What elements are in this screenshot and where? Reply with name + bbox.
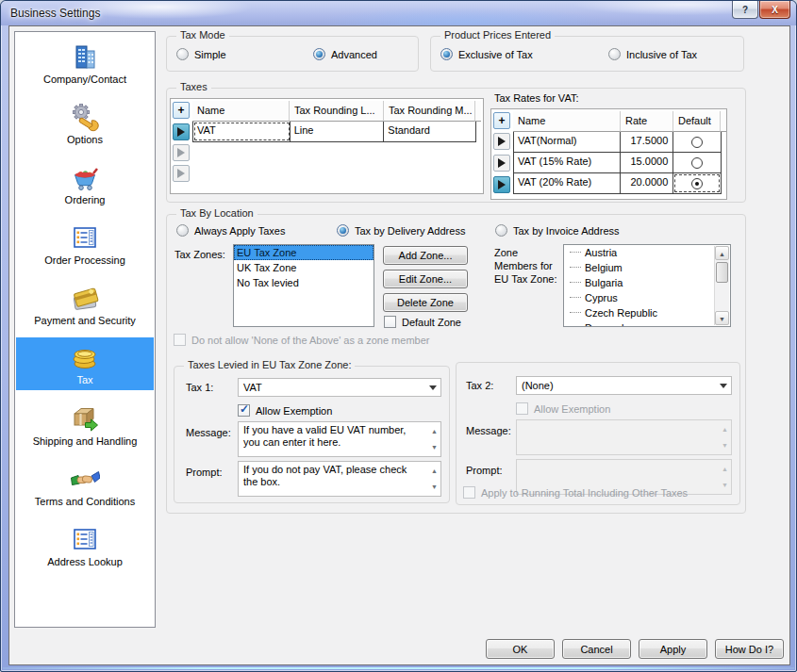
list-item-eu-tax-zone[interactable]: EU Tax Zone: [234, 245, 374, 260]
tax1-allow-exemption-checkbox[interactable]: Allow Exemption: [238, 404, 332, 417]
cell-default-radio[interactable]: [673, 132, 721, 152]
tree-item-label: Bulgaria: [585, 277, 623, 288]
sidebar-item-order-processing[interactable]: Order Processing: [16, 217, 154, 271]
radio-advanced[interactable]: Advanced: [313, 48, 377, 60]
row-selector-rate-3[interactable]: [493, 176, 510, 193]
tax-zones-listbox[interactable]: EU Tax Zone UK Tax Zone No Tax levied: [233, 244, 374, 327]
package-arrow-icon: [70, 403, 100, 434]
sidebar-item-label: Payment and Security: [34, 315, 136, 326]
default-zone-checkbox[interactable]: Default Zone: [384, 316, 461, 328]
column-header-rounding-l[interactable]: Tax Rounding L...: [290, 101, 384, 122]
cell-default-radio[interactable]: [673, 153, 721, 172]
table-row[interactable]: VAT (15% Rate) 15.0000: [513, 152, 722, 173]
tree-item-belgium[interactable]: Belgium: [564, 260, 730, 275]
scrollbar-thumb[interactable]: [716, 262, 728, 283]
tax1-prompt-textarea[interactable]: If you do not pay VAT, please check the …: [238, 461, 441, 497]
sidebar-item-label: Address Lookup: [47, 556, 123, 567]
scroll-up-icon[interactable]: ▲: [431, 425, 438, 437]
delete-zone-button[interactable]: Delete Zone: [383, 293, 468, 312]
radio-label: Always Apply Taxes: [194, 225, 285, 237]
how-do-i-button[interactable]: How Do I?: [715, 639, 784, 659]
sidebar-item-payment-security[interactable]: Payment and Security: [16, 277, 154, 332]
cell-default-radio[interactable]: [673, 173, 721, 193]
tax1-message-label: Message:: [186, 427, 231, 438]
cell-rate-value[interactable]: 15.0000: [621, 153, 673, 172]
scrollbar[interactable]: ▲ ▼: [714, 246, 729, 325]
table-row[interactable]: VAT (20% Rate) 20.0000: [513, 172, 722, 194]
apply-button[interactable]: Apply: [639, 639, 707, 659]
column-header-name[interactable]: Name: [192, 101, 290, 122]
radio-tax-by-delivery[interactable]: Tax by Delivery Address: [337, 224, 465, 237]
row-selector-empty-1[interactable]: [173, 144, 190, 161]
add-rate-button[interactable]: +: [493, 112, 510, 129]
gear-wrench-icon: [70, 102, 100, 132]
row-selector-vat[interactable]: [173, 123, 190, 140]
scroll-up-icon[interactable]: ▲: [715, 246, 729, 260]
cell-tax-rounding-l[interactable]: Line: [291, 122, 385, 141]
column-header-rate[interactable]: Rate: [621, 111, 673, 132]
chevron-down-icon: [429, 385, 437, 394]
add-zone-button[interactable]: Add Zone...: [383, 246, 468, 265]
cell-rate-name[interactable]: VAT(Normal): [514, 132, 621, 152]
ok-button[interactable]: OK: [486, 639, 555, 659]
row-selector-rate-2[interactable]: [493, 155, 510, 172]
edit-zone-button[interactable]: Edit Zone...: [383, 270, 468, 288]
cell-rate-value[interactable]: 20.0000: [621, 173, 673, 193]
tree-item-denmark[interactable]: Denmark: [564, 320, 730, 327]
scroll-up-icon[interactable]: ▲: [431, 465, 438, 477]
list-item-no-tax-levied[interactable]: No Tax levied: [234, 275, 374, 290]
cancel-button[interactable]: Cancel: [562, 639, 631, 659]
tree-item-austria[interactable]: Austria: [564, 245, 730, 260]
sidebar: Company/Contact Options Ordering Order P…: [14, 31, 156, 628]
scroll-down-icon: ▼: [722, 479, 728, 491]
row-selector-empty-2[interactable]: [173, 165, 190, 182]
table-row[interactable]: VAT(Normal) 17.5000: [513, 131, 722, 153]
scroll-down-icon[interactable]: ▼: [431, 481, 438, 493]
table-row[interactable]: VAT Line Standard: [192, 121, 476, 142]
tax2-combo[interactable]: (None): [516, 376, 732, 395]
list-item-uk-tax-zone[interactable]: UK Tax Zone: [234, 260, 374, 275]
zone-members-listbox[interactable]: Austria Belgium Bulgaria Cyprus Czech Re…: [563, 244, 731, 327]
scroll-down-icon[interactable]: ▼: [715, 311, 729, 325]
column-header-default[interactable]: Default: [673, 111, 721, 132]
radio-tax-by-invoice[interactable]: Tax by Invoice Address: [495, 224, 620, 237]
tree-item-cyprus[interactable]: Cyprus: [564, 290, 730, 305]
cell-tax-name[interactable]: VAT: [193, 122, 291, 141]
tree-item-bulgaria[interactable]: Bulgaria: [564, 275, 730, 290]
radio-inclusive-of-tax[interactable]: Inclusive of Tax: [608, 48, 697, 60]
sidebar-item-label: Tax: [76, 374, 92, 385]
radio-simple[interactable]: Simple: [176, 48, 226, 60]
titlebar[interactable]: Business Settings: [1, 1, 796, 25]
tax-rates-header: Name Rate Default: [513, 111, 726, 132]
row-selector-rate-1[interactable]: [493, 133, 510, 150]
sidebar-item-tax[interactable]: Tax: [16, 337, 154, 390]
tax1-combo[interactable]: VAT: [238, 378, 441, 397]
sidebar-item-company-contact[interactable]: Company/Contact: [16, 36, 154, 90]
sidebar-item-ordering[interactable]: Ordering: [16, 156, 154, 211]
button-label: How Do I?: [725, 644, 773, 655]
cell-rate-name[interactable]: VAT (20% Rate): [514, 173, 621, 193]
chevron-down-icon: [720, 384, 727, 392]
help-button[interactable]: ?: [732, 1, 758, 19]
close-button[interactable]: X: [759, 1, 790, 19]
tax2-label: Tax 2:: [466, 380, 493, 391]
sidebar-item-options[interactable]: Options: [16, 96, 154, 151]
scroll-up-icon: ▲: [722, 423, 728, 435]
cell-rate-value[interactable]: 17.5000: [621, 132, 673, 152]
tax1-message-textarea[interactable]: If you have a valid EU VAT number, you c…: [238, 421, 441, 457]
radio-exclusive-of-tax[interactable]: Exclusive of Tax: [440, 48, 533, 60]
add-tax-button[interactable]: +: [173, 102, 190, 119]
scroll-down-icon[interactable]: ▼: [431, 441, 438, 453]
sidebar-item-address-lookup[interactable]: Address Lookup: [16, 518, 154, 573]
column-header-name[interactable]: Name: [513, 111, 621, 132]
column-header-rounding-m[interactable]: Tax Rounding M...: [384, 101, 475, 122]
sidebar-item-terms-conditions[interactable]: Terms and Conditions: [16, 458, 154, 513]
tree-item-label: Cyprus: [585, 292, 618, 303]
tree-item-czech-republic[interactable]: Czech Republic: [564, 305, 730, 320]
tree-item-label: Belgium: [585, 262, 623, 273]
sidebar-item-shipping-handling[interactable]: Shipping and Handling: [16, 398, 154, 452]
textarea-value: If you do not pay VAT, please check the …: [239, 462, 440, 490]
cell-rate-name[interactable]: VAT (15% Rate): [514, 153, 621, 172]
radio-always-apply-taxes[interactable]: Always Apply Taxes: [176, 224, 285, 237]
cell-tax-rounding-m[interactable]: Standard: [384, 122, 475, 141]
